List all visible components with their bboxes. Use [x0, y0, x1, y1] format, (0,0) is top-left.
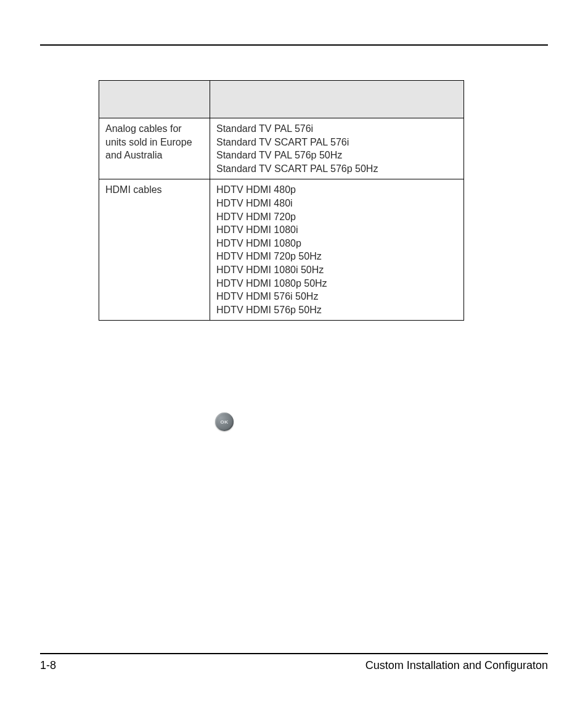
row-label: HDMI cables: [99, 179, 210, 321]
row-item: HDTV HDMI 1080p 50Hz: [216, 277, 457, 290]
footer-title: Custom Installation and Configuraton: [365, 659, 548, 672]
options-table: Analog cables for units sold in Europe a…: [99, 80, 464, 321]
row-items: HDTV HDMI 480p HDTV HDMI 480i HDTV HDMI …: [210, 179, 464, 321]
row-item: HDTV HDMI 1080i 50Hz: [216, 263, 457, 277]
row-item: Standard TV SCART PAL 576i: [216, 136, 457, 149]
row-item: HDTV HDMI 1080p: [216, 237, 457, 250]
row-item: HDTV HDMI 576i 50Hz: [216, 290, 457, 303]
row-items: Standard TV PAL 576i Standard TV SCART P…: [210, 118, 464, 179]
ok-button-icon: OK: [215, 413, 234, 431]
table-row: Analog cables for units sold in Europe a…: [99, 118, 464, 179]
row-item: HDTV HDMI 1080i: [216, 223, 457, 237]
table-header-row: [99, 81, 464, 118]
row-item: Standard TV SCART PAL 576p 50Hz: [216, 162, 457, 176]
table-header-blank-1: [99, 81, 210, 118]
row-label: Analog cables for units sold in Europe a…: [99, 118, 210, 179]
table-header-blank-2: [210, 81, 464, 118]
row-item: Standard TV PAL 576i: [216, 122, 457, 136]
table-row: HDMI cables HDTV HDMI 480p HDTV HDMI 480…: [99, 179, 464, 321]
row-item: HDTV HDMI 720p: [216, 210, 457, 224]
page-footer: 1-8 Custom Installation and Configuraton: [40, 653, 548, 672]
row-item: HDTV HDMI 720p 50Hz: [216, 250, 457, 263]
row-item: Standard TV PAL 576p 50Hz: [216, 149, 457, 162]
row-item: HDTV HDMI 480p: [216, 183, 457, 197]
row-item: HDTV HDMI 480i: [216, 197, 457, 210]
row-item: HDTV HDMI 576p 50Hz: [216, 303, 457, 317]
bottom-horizontal-rule: [40, 653, 548, 654]
page-number: 1-8: [40, 659, 56, 672]
top-horizontal-rule: [40, 44, 548, 46]
